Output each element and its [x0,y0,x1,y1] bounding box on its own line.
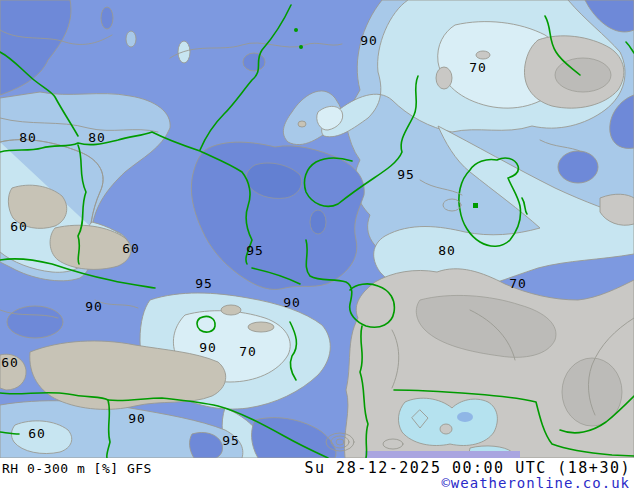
bottom-edge-band [365,451,520,458]
contour-label-60: 60 [28,426,46,441]
contour-label-90: 90 [199,340,217,355]
weather-map-screenshot: 80806060907095809570959090907060906095 R… [0,0,634,490]
contour-label-95: 95 [397,167,415,182]
contour-label-60: 60 [10,219,28,234]
contour-label-95: 95 [195,276,213,291]
contour-label-95: 95 [222,433,240,448]
contour-label-80: 80 [88,130,106,145]
contour-label-95: 95 [246,243,264,258]
contour-label-90: 90 [360,33,378,48]
contour-label-90: 90 [128,411,146,426]
contour-label-90: 90 [283,295,301,310]
contour-label-70: 70 [239,344,257,359]
contour-label-80: 80 [438,243,456,258]
contour-label-90: 90 [85,299,103,314]
contour-label-60: 60 [1,355,19,370]
contour-label-70: 70 [509,276,527,291]
copyright-link[interactable]: ©weatheronline.co.uk [441,475,630,490]
contour-label-80: 80 [19,130,37,145]
rh-contour-map: 80806060907095809570959090907060906095 [0,0,634,458]
product-label: RH 0-300 m [%] GFS [0,461,152,476]
contour-label-60: 60 [122,241,140,256]
caption-bar: RH 0-300 m [%] GFS Su 28-12-2025 00:00 U… [0,458,634,490]
contour-label-70: 70 [469,60,487,75]
island-marker [473,203,478,208]
